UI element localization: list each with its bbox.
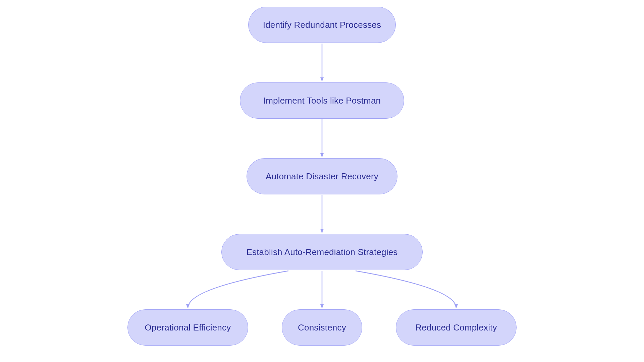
- node-label: Implement Tools like Postman: [263, 96, 381, 106]
- node-label: Establish Auto-Remediation Strategies: [246, 247, 397, 257]
- node-reduced-complexity: Reduced Complexity: [396, 309, 517, 346]
- node-label: Identify Redundant Processes: [263, 20, 381, 30]
- node-identify-redundant: Identify Redundant Processes: [248, 7, 396, 43]
- node-auto-remediation: Establish Auto-Remediation Strategies: [221, 234, 423, 270]
- flowchart-canvas: Identify Redundant Processes Implement T…: [0, 0, 644, 362]
- node-automate-dr: Automate Disaster Recovery: [247, 158, 397, 194]
- node-operational-efficiency: Operational Efficiency: [127, 309, 248, 346]
- node-label: Automate Disaster Recovery: [266, 171, 378, 182]
- node-implement-tools: Implement Tools like Postman: [240, 82, 404, 119]
- node-label: Consistency: [298, 322, 346, 333]
- node-label: Operational Efficiency: [145, 322, 231, 333]
- node-label: Reduced Complexity: [415, 322, 497, 333]
- node-consistency: Consistency: [282, 309, 362, 346]
